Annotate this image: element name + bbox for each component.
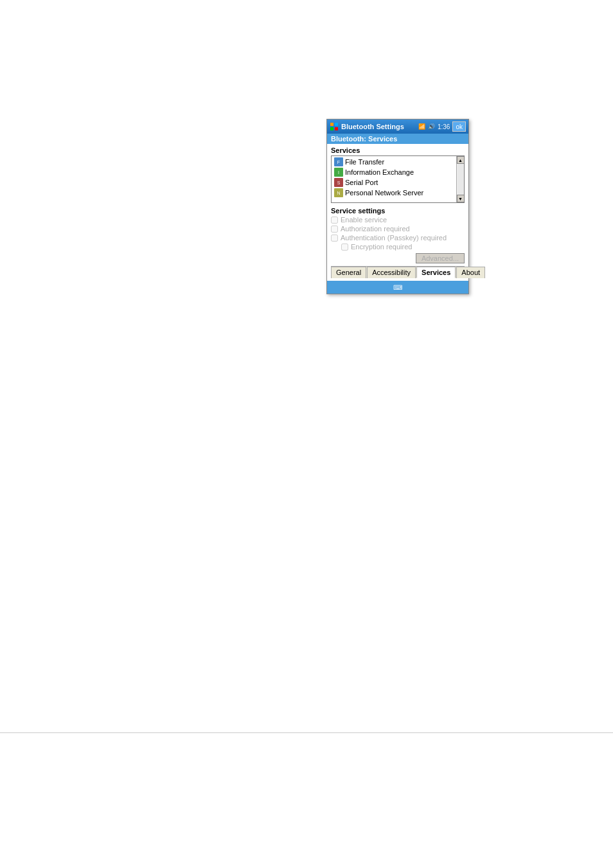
file-transfer-icon: F — [334, 157, 343, 166]
passkey-required-checkbox[interactable] — [331, 235, 338, 242]
title-bar-right: 📶 🔊 1:36 ok — [418, 121, 466, 132]
tab-services[interactable]: Services — [416, 267, 456, 278]
encryption-required-checkbox[interactable] — [341, 244, 348, 251]
ok-button[interactable]: ok — [452, 121, 466, 132]
auth-required-label: Authorization required — [341, 225, 410, 233]
service-label-personal-network: Personal Network Server — [345, 189, 423, 197]
passkey-required-row: Authentication (Passkey) required — [331, 234, 465, 242]
svg-rect-1 — [335, 123, 338, 126]
listbox-scrollbar[interactable]: ▲ ▼ — [456, 156, 464, 202]
time-display: 1:36 — [438, 123, 450, 130]
services-listbox[interactable]: F File Transfer I Information Exchange S… — [331, 155, 465, 203]
service-label-info-exchange: Information Exchange — [345, 168, 414, 176]
device-window: Bluetooth Settings 📶 🔊 1:36 ok Bluetooth… — [326, 119, 469, 294]
content-area: Services F File Transfer I Information E… — [327, 144, 468, 281]
services-section-label: Services — [331, 146, 465, 154]
enable-service-row: Enable service — [331, 216, 465, 224]
service-settings-label: Service settings — [331, 207, 465, 215]
device-taskbar: ⌨ — [327, 281, 468, 294]
enable-service-label: Enable service — [341, 216, 387, 224]
services-list-inner: F File Transfer I Information Exchange S… — [332, 156, 464, 199]
svg-rect-3 — [335, 127, 338, 130]
page-divider — [0, 732, 613, 733]
advanced-btn-row: Advanced... — [331, 253, 465, 263]
advanced-button[interactable]: Advanced... — [416, 253, 465, 263]
serial-port-icon: S — [334, 178, 343, 187]
service-item-serial-port[interactable]: S Serial Port — [333, 177, 463, 188]
subtitle-text: Bluetooth: Services — [331, 135, 397, 143]
scrollbar-down-button[interactable]: ▼ — [457, 195, 465, 202]
info-exchange-icon: I — [334, 168, 343, 177]
subtitle-bar: Bluetooth: Services — [327, 134, 468, 144]
service-settings-section: Service settings Enable service Authoriz… — [331, 207, 465, 263]
tab-accessibility[interactable]: Accessibility — [367, 267, 416, 278]
network-icon: N — [334, 188, 343, 197]
signal-icon: 📶 — [418, 123, 425, 130]
service-label-serial-port: Serial Port — [345, 179, 378, 186]
service-item-info-exchange[interactable]: I Information Exchange — [333, 167, 463, 177]
auth-required-row: Authorization required — [331, 225, 465, 233]
windows-mobile-icon — [330, 122, 339, 131]
tab-general[interactable]: General — [331, 267, 366, 278]
service-item-personal-network[interactable]: N Personal Network Server — [333, 188, 463, 198]
auth-required-checkbox[interactable] — [331, 226, 338, 233]
svg-rect-2 — [330, 127, 333, 130]
encryption-required-label: Encryption required — [351, 243, 412, 251]
encryption-required-row: Encryption required — [341, 243, 465, 251]
scrollbar-track — [458, 164, 464, 195]
passkey-required-label: Authentication (Passkey) required — [341, 234, 447, 242]
enable-service-checkbox[interactable] — [331, 217, 338, 224]
volume-icon: 🔊 — [428, 123, 435, 130]
service-item-file-transfer[interactable]: F File Transfer — [333, 157, 463, 167]
title-bar-left: Bluetooth Settings — [330, 122, 404, 131]
svg-rect-0 — [330, 123, 333, 126]
tab-about[interactable]: About — [456, 267, 485, 278]
service-label-file-transfer: File Transfer — [345, 158, 384, 166]
keyboard-icon[interactable]: ⌨ — [393, 284, 402, 291]
title-bar: Bluetooth Settings 📶 🔊 1:36 ok — [327, 120, 468, 134]
scrollbar-up-button[interactable]: ▲ — [457, 156, 465, 164]
tabs-row: General Accessibility Services About — [331, 266, 465, 278]
window-title: Bluetooth Settings — [341, 123, 404, 130]
